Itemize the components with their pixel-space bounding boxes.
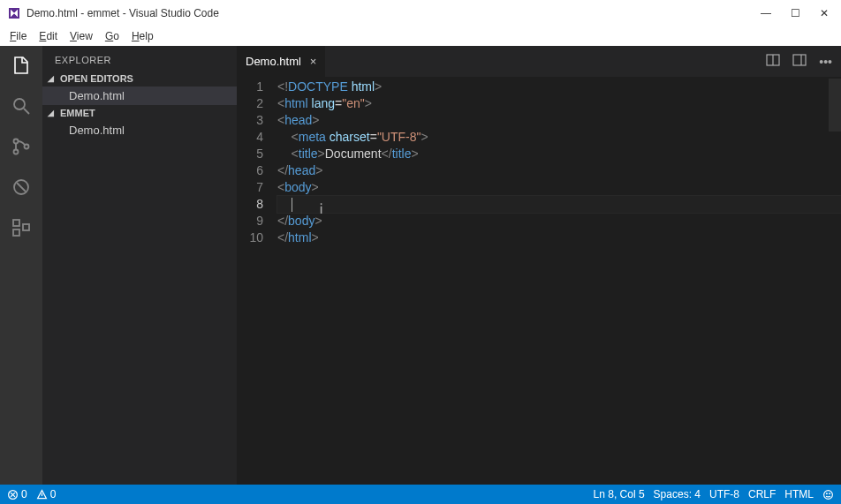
svg-point-3 (14, 150, 19, 154)
code-line[interactable]: <head> (277, 112, 841, 129)
warnings-count: 0 (50, 488, 57, 500)
text-cursor (292, 198, 292, 212)
explorer-sidebar: EXPLORER ◢ OPEN EDITORS Demo.html ◢ EMME… (42, 46, 237, 485)
open-editors-section[interactable]: ◢ OPEN EDITORS (42, 71, 237, 87)
source-control-icon[interactable] (9, 134, 34, 159)
sidebar-title: EXPLORER (42, 46, 237, 71)
menu-bar: File Edit View Go Help (0, 26, 841, 46)
code-line[interactable]: <body> (277, 179, 841, 196)
line-number: 10 (237, 229, 263, 246)
language-mode[interactable]: HTML (784, 488, 814, 500)
vscode-logo-icon (7, 6, 21, 20)
search-icon[interactable] (9, 94, 34, 118)
code-line[interactable] (277, 196, 841, 213)
tab-bar: Demo.html × ••• (237, 46, 841, 77)
line-number: 1 (237, 79, 263, 95)
main-area: EXPLORER ◢ OPEN EDITORS Demo.html ◢ EMME… (0, 46, 841, 485)
menu-view[interactable]: View (64, 28, 99, 44)
code-line[interactable]: </head> (277, 162, 841, 179)
code-line[interactable]: <title>Document</title> (277, 146, 841, 162)
line-number: 5 (237, 146, 263, 162)
minimap-scrollbar[interactable] (829, 79, 841, 132)
window-titlebar: Demo.html - emmet - Visual Studio Code —… (0, 0, 841, 26)
line-number: 8 (237, 196, 263, 213)
workspace-file[interactable]: Demo.html (42, 121, 237, 139)
line-number: 6 (237, 162, 263, 179)
code-line[interactable]: <meta charset="UTF-8"> (277, 129, 841, 146)
tab-demo-html[interactable]: Demo.html × (237, 46, 326, 77)
line-number-gutter: 12345678910 (237, 79, 277, 485)
toggle-layout-icon[interactable] (792, 53, 807, 70)
window-controls: — ☐ ✕ (761, 7, 834, 19)
workspace-label: EMMET (60, 108, 95, 118)
feedback-smiley-icon[interactable] (822, 489, 834, 500)
line-number: 4 (237, 129, 263, 146)
menu-edit[interactable]: Edit (33, 28, 64, 44)
maximize-button[interactable]: ☐ (791, 7, 800, 19)
editor-actions: ••• (766, 46, 841, 77)
open-editors-label: OPEN EDITORS (60, 73, 133, 84)
svg-point-4 (25, 145, 29, 149)
svg-point-2 (14, 139, 19, 144)
workspace-section[interactable]: ◢ EMMET (42, 105, 237, 121)
line-number: 3 (237, 112, 263, 129)
close-window-button[interactable]: ✕ (820, 7, 829, 19)
line-number: 2 (237, 95, 263, 112)
svg-point-19 (826, 493, 827, 493)
svg-line-6 (17, 183, 26, 192)
code-line[interactable]: </body> (277, 213, 841, 229)
eol-status[interactable]: CRLF (748, 488, 776, 500)
line-number: 7 (237, 179, 263, 196)
more-actions-icon[interactable]: ••• (819, 55, 832, 69)
status-bar: 0 0 Ln 8, Col 5 Spaces: 4 UTF-8 CRLF HTM… (0, 485, 841, 504)
svg-point-18 (824, 490, 833, 499)
extensions-icon[interactable] (9, 215, 34, 240)
split-editor-icon[interactable] (766, 53, 780, 70)
menu-go[interactable]: Go (99, 28, 125, 44)
svg-rect-9 (23, 224, 29, 230)
cursor-position[interactable]: Ln 8, Col 5 (594, 488, 645, 500)
svg-rect-8 (13, 229, 19, 236)
indentation-status[interactable]: Spaces: 4 (654, 488, 701, 500)
svg-rect-7 (13, 220, 19, 226)
activity-bar (0, 46, 42, 485)
errors-count: 0 (21, 488, 27, 500)
debug-icon[interactable] (9, 175, 34, 199)
code-line[interactable]: <!DOCTYPE html> (277, 79, 841, 95)
errors-status[interactable]: 0 (7, 488, 27, 500)
code-line[interactable]: <html lang="en"> (277, 95, 841, 112)
encoding-status[interactable]: UTF-8 (709, 488, 739, 500)
explorer-icon[interactable] (9, 53, 34, 78)
window-title: Demo.html - emmet - Visual Studio Code (27, 7, 761, 19)
caret-down-icon: ◢ (48, 74, 58, 83)
code-editor[interactable]: 12345678910 <!DOCTYPE html><html lang="e… (237, 77, 841, 485)
menu-file[interactable]: File (4, 28, 33, 44)
svg-line-1 (24, 109, 29, 114)
tab-label: Demo.html (246, 55, 301, 68)
svg-point-0 (14, 99, 25, 109)
warnings-status[interactable]: 0 (36, 488, 57, 500)
svg-rect-12 (793, 55, 806, 65)
menu-help[interactable]: Help (125, 28, 160, 44)
code-content[interactable]: <!DOCTYPE html><html lang="en"><head> <m… (277, 79, 841, 485)
code-line[interactable]: </html> (277, 229, 841, 246)
minimize-button[interactable]: — (761, 7, 771, 19)
line-number: 9 (237, 213, 263, 229)
svg-point-20 (830, 493, 830, 493)
editor-area: Demo.html × ••• 12345678910 <!DOCTYPE ht… (237, 46, 841, 485)
caret-down-icon: ◢ (48, 109, 58, 117)
tab-close-icon[interactable]: × (310, 55, 317, 68)
open-editors-file[interactable]: Demo.html (42, 87, 237, 105)
